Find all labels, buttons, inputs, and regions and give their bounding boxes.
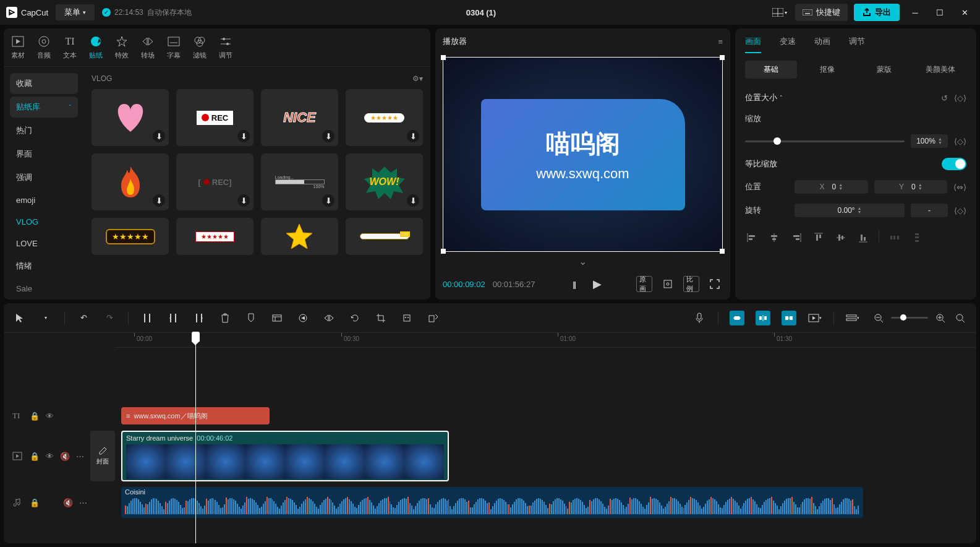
tab-adjust[interactable]: 调节 [219, 35, 232, 60]
subtab-beauty[interactable]: 美颜美体 [915, 61, 967, 79]
delete-tool[interactable] [218, 311, 232, 325]
menu-icon[interactable]: ≡ [718, 37, 723, 46]
zoom-fit-button[interactable] [953, 311, 968, 325]
sidebar-item-emoji[interactable]: emoji [10, 191, 78, 210]
sticker-loading[interactable]: Loading...100%⬇ [261, 153, 338, 210]
rotation-input[interactable]: 0.00°▲▼ [795, 204, 905, 217]
sticker-star[interactable] [261, 218, 338, 255]
align-bottom-icon[interactable] [856, 231, 870, 244]
sidebar-item-love[interactable]: LOVE [10, 234, 78, 253]
link-clips-button[interactable] [782, 311, 796, 325]
filter-icon[interactable]: ⚙▾ [412, 74, 423, 83]
select-tool[interactable] [12, 311, 27, 325]
sticker-fire[interactable]: ⬇ [92, 153, 169, 210]
tab-caption[interactable]: 字幕 [167, 35, 181, 60]
subtab-mask[interactable]: 蒙版 [858, 61, 910, 79]
download-icon[interactable]: ⬇ [153, 130, 165, 142]
chevron-down-icon[interactable]: ⌄ [435, 254, 730, 269]
maximize-button[interactable]: ☐ [931, 3, 949, 22]
subtab-cutout[interactable]: 抠像 [802, 61, 854, 79]
fullscreen-button[interactable] [707, 276, 723, 292]
eye-icon[interactable]: 👁 [46, 452, 54, 461]
play-button[interactable]: ▶ [589, 276, 605, 292]
sidebar-item-vlog[interactable]: VLOG [10, 212, 78, 231]
more-icon[interactable]: ⋯ [79, 498, 87, 507]
rotation-step[interactable]: - [911, 204, 948, 217]
split-left-tool[interactable] [166, 311, 181, 325]
sticker-wow[interactable]: WOW!⬇ [346, 153, 423, 210]
track-options-button[interactable]: ▾ [845, 311, 860, 325]
tab-filter[interactable]: 滤镜 [193, 35, 207, 60]
scale-slider[interactable] [745, 140, 905, 142]
close-button[interactable]: ✕ [955, 3, 974, 22]
magnet-main-button[interactable] [730, 311, 744, 325]
sticker-rec[interactable]: REC⬇ [176, 89, 254, 146]
subtab-basic[interactable]: 基础 [745, 61, 797, 79]
undo-button[interactable]: ↶ [76, 311, 91, 325]
download-icon[interactable]: ⬇ [237, 194, 250, 207]
step-back-button[interactable]: ||| [566, 276, 582, 292]
align-right-icon[interactable] [790, 231, 803, 244]
crop-tool[interactable] [373, 311, 388, 325]
reset-button[interactable]: ↺ [941, 93, 948, 103]
tab-effect[interactable]: 特效 [115, 35, 129, 60]
original-button[interactable]: 原画 [636, 276, 652, 292]
zoom-out-button[interactable] [871, 311, 886, 325]
distribute-v-icon[interactable] [910, 231, 924, 244]
split-tool[interactable] [140, 311, 155, 325]
download-icon[interactable]: ⬇ [407, 130, 419, 142]
align-top-icon[interactable] [812, 231, 825, 244]
lock-icon[interactable]: 🔒 [30, 498, 40, 507]
download-icon[interactable]: ⬇ [322, 194, 334, 207]
sticker-stars-box[interactable]: ★★★★★ [176, 218, 254, 255]
tab-text[interactable]: TI文本 [63, 35, 77, 60]
download-icon[interactable]: ⬇ [237, 130, 250, 142]
player-canvas[interactable]: 喵呜阁 www.sxwq.com [443, 57, 723, 252]
sidebar-item-hot[interactable]: 热门 [10, 120, 78, 141]
zoom-in-button[interactable] [933, 311, 948, 325]
reverse-tool[interactable] [296, 311, 310, 325]
eye-icon[interactable]: 👁 [46, 411, 54, 421]
tab-animation[interactable]: 动画 [814, 36, 830, 53]
timeline-ruler[interactable]: 00:00 00:30 01:00 01:30 [115, 333, 976, 348]
freeze-tool[interactable] [270, 311, 284, 325]
sidebar-library[interactable]: 贴纸库˄ [10, 97, 78, 118]
sticker-5stars[interactable]: ★★★★★ [92, 218, 169, 255]
tab-speed[interactable]: 变速 [780, 36, 796, 53]
prop-scale-toggle[interactable] [942, 158, 966, 170]
tab-sticker[interactable]: 贴纸 [89, 35, 103, 60]
sticker-progress[interactable]: 100 [346, 218, 423, 255]
more-icon[interactable]: ⋯ [76, 452, 84, 461]
tab-audio[interactable]: 音频 [37, 35, 51, 60]
align-center-h-icon[interactable] [767, 231, 781, 244]
keyframe-nav-icon[interactable]: ⟨◇⟩ [954, 93, 966, 103]
lock-icon[interactable]: 🔒 [30, 452, 40, 461]
download-icon[interactable]: ⬇ [322, 130, 334, 142]
position-y-input[interactable]: Y0▲▼ [874, 180, 948, 194]
minimize-button[interactable]: ─ [906, 3, 924, 22]
sidebar-item-mood[interactable]: 情绪 [10, 256, 78, 277]
cover-button[interactable]: 封面 [90, 431, 115, 481]
sidebar-collection[interactable]: 收藏 [10, 73, 78, 94]
crop-button[interactable] [660, 276, 676, 292]
marker-tool[interactable] [244, 311, 258, 325]
shortcut-button[interactable]: 快捷键 [795, 4, 848, 21]
tab-picture[interactable]: 画面 [745, 36, 761, 53]
sidebar-item-sale[interactable]: Sale [10, 279, 78, 298]
export-button[interactable]: 导出 [854, 4, 900, 21]
magnet-track-button[interactable] [756, 311, 770, 325]
tab-adjust-prop[interactable]: 调节 [849, 36, 865, 53]
mic-button[interactable] [692, 311, 707, 325]
scale-input[interactable]: 100%▲▼ [911, 134, 948, 148]
layout-button[interactable]: ▾ [770, 3, 789, 22]
chevron-up-icon[interactable]: ˄ [780, 95, 783, 101]
sticker-rec2[interactable]: [REC]⬇ [176, 153, 254, 210]
position-x-input[interactable]: X0▲▼ [795, 180, 868, 194]
ratio-button[interactable]: 比例 [683, 276, 699, 292]
tab-media[interactable]: 素材 [11, 35, 25, 60]
sticker-stars-bar[interactable]: ★★★★★⬇ [346, 89, 423, 146]
keyframe-icon[interactable]: ⟨◇⟩ [954, 137, 966, 146]
audio-clip[interactable]: Coisini [121, 487, 863, 518]
keyframe-icon[interactable]: ⟨◇⟩ [954, 206, 966, 215]
download-icon[interactable]: ⬇ [153, 194, 165, 207]
